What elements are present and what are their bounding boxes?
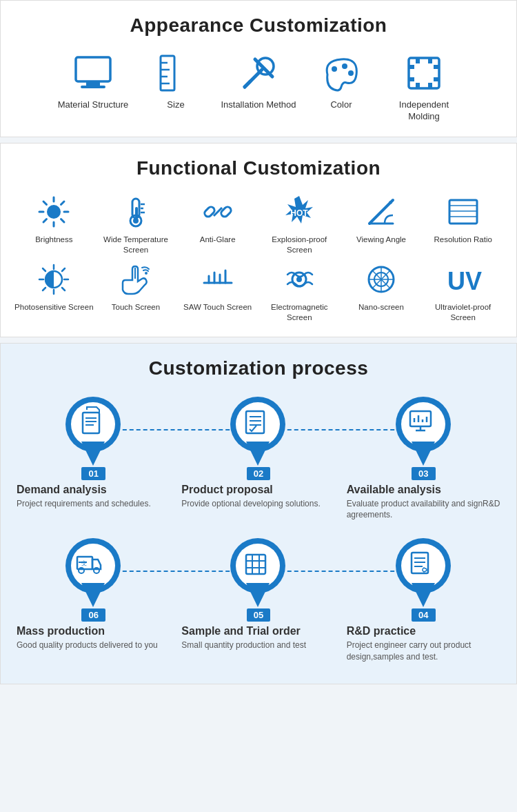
step-05-desc: Small quantity production and test: [176, 640, 341, 651]
step-01-title: Demand analysis: [11, 484, 176, 496]
svg-point-24: [47, 205, 61, 219]
process-step-01: 01 Demand analysis Project requirements …: [11, 393, 176, 522]
svg-rect-0: [76, 57, 110, 81]
process-step-02: 02 Product proposal Provide optional dev…: [176, 393, 341, 522]
appearance-item-size: Size: [138, 50, 214, 123]
svg-rect-22: [416, 83, 420, 88]
step-06-title: Mass production: [11, 625, 176, 637]
svg-rect-17: [428, 58, 432, 63]
svg-point-118: [401, 544, 445, 588]
svg-point-13: [342, 63, 347, 69]
svg-point-110: [236, 544, 280, 588]
functional-title: Functional Customization: [8, 157, 509, 179]
func-item-nano: Nano-screen: [342, 261, 421, 323]
svg-rect-23: [428, 83, 432, 88]
svg-rect-16: [416, 58, 420, 63]
step-01-badge: 01: [81, 467, 105, 480]
nano-icon: [362, 261, 400, 299]
svg-marker-93: [412, 442, 435, 466]
func-label-anti-glare: Anti-Glare: [200, 235, 236, 245]
func-item-anti-glare: Anti-Glare: [178, 193, 257, 255]
functional-section: Functional Customization Brightness: [0, 143, 517, 337]
step-05-badge: 05: [247, 608, 270, 622]
pin-01-container: [59, 393, 128, 466]
svg-text:交: 交: [81, 560, 87, 566]
process-step-05: 05 Sample and Trial order Small quantity…: [176, 535, 341, 663]
svg-line-60: [62, 268, 65, 271]
step-03-title: Available analysis: [341, 484, 506, 496]
svg-line-32: [43, 219, 47, 223]
process-row-2: 交 06 Mass production Good quality produc…: [11, 535, 506, 663]
svg-rect-21: [434, 77, 439, 81]
func-item-saw: SAW Touch Screen: [178, 261, 257, 323]
step-02-title: Product proposal: [176, 484, 341, 496]
func-item-viewing: Viewing Angle: [342, 193, 421, 255]
step-03-desc: Evaluate product availability and signR&…: [341, 498, 506, 522]
pin-05-shape: [225, 535, 291, 607]
process-title: Customization process: [11, 357, 506, 379]
func-item-touch: Touch Screen: [97, 261, 176, 323]
appearance-label-installation: Installation Method: [221, 99, 296, 111]
step-04-desc: Project engineer carry out product desig…: [341, 640, 506, 663]
svg-line-11: [245, 81, 250, 87]
step-01-desc: Project requirements and schedules.: [11, 498, 176, 510]
func-label-photosensitive: Photosensitive Screen: [14, 302, 93, 313]
resolution-icon: [444, 193, 482, 231]
func-label-nano: Nano-screen: [358, 302, 404, 313]
svg-point-12: [332, 66, 337, 72]
svg-point-36: [133, 218, 139, 224]
pin-03-container: [389, 393, 458, 466]
pin-06-container: 交: [59, 535, 128, 607]
func-item-uv: UV Ultraviolet-proof Screen: [423, 261, 503, 323]
func-label-em: Electromagnetic Screen: [260, 302, 339, 323]
angle-icon: [362, 193, 400, 231]
svg-rect-2: [81, 86, 105, 88]
process-step-03: 03 Available analysis Evaluate product a…: [341, 393, 506, 522]
appearance-item-installation: Installation Method: [221, 50, 296, 123]
svg-line-29: [43, 201, 47, 205]
svg-point-92: [401, 402, 445, 446]
func-item-resolution: Resolution Ratio: [423, 193, 503, 255]
process-section: Customization process 01 Dema: [0, 343, 517, 684]
svg-point-62: [145, 272, 148, 275]
func-item-em: Electromagnetic Screen: [260, 261, 339, 323]
appearance-label-material: Material Structure: [58, 99, 129, 111]
func-item-brightness: Brightness: [14, 193, 94, 255]
svg-rect-3: [161, 56, 174, 90]
pin-01-shape: [61, 393, 126, 466]
em-icon: [281, 261, 318, 299]
appearance-title: Appearance Customization: [8, 14, 509, 37]
func-label-resolution: Resolution Ratio: [434, 235, 491, 245]
uv-icon: UV: [444, 261, 482, 299]
process-step-04: 04 R&D practice Project engineer carry o…: [341, 535, 506, 663]
svg-point-14: [348, 70, 354, 76]
func-item-wide-temp: Wide Temperature Screen: [97, 193, 176, 255]
step-06-desc: Good quality products delivered to you: [11, 640, 176, 651]
svg-line-31: [61, 201, 65, 205]
svg-line-59: [62, 288, 65, 290]
process-step-06: 交 06 Mass production Good quality produc…: [11, 535, 176, 663]
pin-02-container: [224, 393, 293, 466]
func-label-wide-temp: Wide Temperature Screen: [97, 235, 176, 255]
svg-line-61: [43, 288, 45, 290]
appearance-label-molding: Independent Molding: [386, 99, 462, 123]
appearance-section: Appearance Customization Material Struct…: [0, 0, 517, 137]
appearance-icon-grid: Material Structure Size: [8, 50, 509, 123]
appearance-item-molding: Independent Molding: [386, 50, 462, 123]
pin-03-shape: [391, 393, 456, 466]
crop-icon: [402, 50, 447, 95]
func-label-explosion: Explosion-proof Screen: [260, 235, 339, 255]
step-05-title: Sample and Trial order: [176, 625, 341, 637]
step-03-badge: 03: [412, 467, 435, 480]
process-row-1: 01 Demand analysis Project requirements …: [11, 393, 506, 522]
ruler-icon: [154, 50, 199, 95]
step-04-title: R&D practice: [341, 625, 506, 637]
appearance-label-size: Size: [167, 99, 184, 111]
svg-rect-19: [409, 77, 414, 81]
func-label-viewing: Viewing Angle: [356, 235, 406, 245]
svg-marker-119: [412, 583, 435, 607]
svg-marker-86: [246, 442, 270, 466]
func-label-uv: Ultraviolet-proof Screen: [423, 302, 503, 323]
appearance-item-color: Color: [303, 50, 379, 123]
wrench-icon: [236, 50, 281, 95]
